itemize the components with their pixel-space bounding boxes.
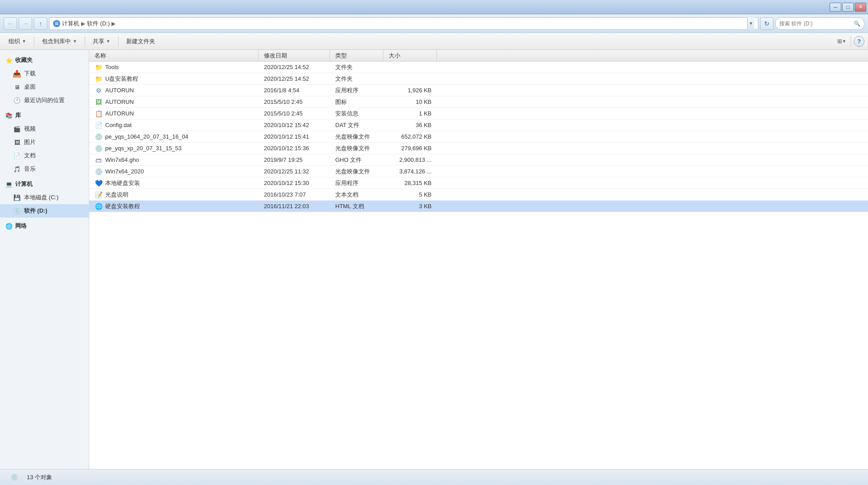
table-row[interactable]: 💙 本地硬盘安装 2020/10/12 15:30 应用程序 28,315 KB xyxy=(89,177,868,189)
file-name: pe_yqs_xp_20_07_31_15_53 xyxy=(105,145,181,152)
table-row[interactable]: 📁 U盘安装教程 2020/12/25 14:52 文件夹 xyxy=(89,73,868,85)
share-label: 共享 xyxy=(93,37,104,45)
file-size-cell: 3,874,126 ... xyxy=(383,168,437,175)
library-label: 库 xyxy=(15,111,21,119)
pictures-label: 图片 xyxy=(24,138,36,146)
file-date-cell: 2020/12/25 11:32 xyxy=(259,168,330,175)
file-date-cell: 2016/10/23 7:07 xyxy=(259,191,330,198)
new-folder-label: 新建文件夹 xyxy=(126,37,155,45)
sidebar-header-library[interactable]: 📚 库 xyxy=(0,109,89,122)
file-type-icon: 💙 xyxy=(95,179,103,187)
refresh-button[interactable]: ↻ xyxy=(760,17,773,30)
file-type-icon: 📝 xyxy=(95,191,103,199)
table-row[interactable]: 🖼 AUTORUN 2015/5/10 2:45 图标 10 KB xyxy=(89,96,868,108)
computer-label: 计算机 xyxy=(15,180,33,188)
view-options-button[interactable]: ⊞ ▼ xyxy=(835,35,848,48)
file-date-cell: 2020/10/12 15:42 xyxy=(259,122,330,128)
downloads-icon: 📥 xyxy=(12,69,21,78)
file-size-cell: 36 KB xyxy=(383,122,437,128)
sidebar-item-documents[interactable]: 📄 文档 xyxy=(0,149,89,162)
status-bar: 💿 13 个对象 xyxy=(0,469,868,485)
sidebar-item-pictures[interactable]: 🖼 图片 xyxy=(0,136,89,149)
file-name: Config.dat xyxy=(105,122,132,128)
new-folder-button[interactable]: 新建文件夹 xyxy=(121,35,160,48)
table-row[interactable]: 📄 Config.dat 2020/10/12 15:42 DAT 文件 36 … xyxy=(89,119,868,131)
sidebar-item-recent[interactable]: 🕐 最近访问的位置 xyxy=(0,94,89,107)
drive-c-icon: 💾 xyxy=(12,193,21,202)
sidebar-item-music[interactable]: 🎵 音乐 xyxy=(0,162,89,176)
sidebar-item-desktop[interactable]: 🖥 桌面 xyxy=(0,80,89,94)
sidebar-item-drive-d[interactable]: 💿 软件 (D:) xyxy=(0,204,89,218)
minimize-button[interactable]: ─ xyxy=(830,3,841,12)
table-row[interactable]: 💿 pe_yqs_xp_20_07_31_15_53 2020/10/12 15… xyxy=(89,143,868,154)
sidebar-item-downloads[interactable]: 📥 下载 xyxy=(0,67,89,80)
view-icon: ⊞ xyxy=(837,38,842,45)
navigation-bar: ← → ↑ 🖥 计算机 ▶ 软件 (D:) ▶ ▼ ↻ 🔍 xyxy=(0,14,868,33)
title-bar-buttons: ─ □ ✕ xyxy=(830,3,866,12)
table-row[interactable]: 🌐 硬盘安装教程 2016/11/21 22:03 HTML 文档 3 KB xyxy=(89,201,868,212)
col-header-type[interactable]: 类型 xyxy=(330,50,383,61)
organize-button[interactable]: 组织 ▼ xyxy=(4,35,31,48)
file-date-cell: 2016/11/21 22:03 xyxy=(259,203,330,210)
drive-d-label: 软件 (D:) xyxy=(24,207,47,215)
col-header-size[interactable]: 大小 xyxy=(383,50,437,61)
archive-button[interactable]: 包含到库中 ▼ xyxy=(37,35,82,48)
column-headers: 名称 修改日期 类型 大小 xyxy=(89,50,868,62)
sidebar-header-network[interactable]: 🌐 网络 xyxy=(0,219,89,233)
maximize-button[interactable]: □ xyxy=(842,3,854,12)
file-type-cell: 光盘映像文件 xyxy=(330,168,383,176)
address-part-computer[interactable]: 计算机 xyxy=(62,20,79,28)
table-row[interactable]: 📁 Tools 2020/12/25 14:52 文件夹 xyxy=(89,62,868,73)
table-row[interactable]: 💿 pe_yqs_1064_20_07_31_16_04 2020/10/12 … xyxy=(89,131,868,143)
col-header-name[interactable]: 名称 xyxy=(89,50,259,61)
file-name: U盘安装教程 xyxy=(105,75,138,83)
sidebar-item-video[interactable]: 🎬 视频 xyxy=(0,122,89,136)
table-row[interactable]: 📝 光盘说明 2016/10/23 7:07 文本文档 5 KB xyxy=(89,189,868,201)
status-icon: 💿 xyxy=(7,470,21,485)
downloads-label: 下载 xyxy=(24,70,36,78)
file-list: 📁 Tools 2020/12/25 14:52 文件夹 📁 U盘安装教程 20… xyxy=(89,62,868,469)
search-input[interactable] xyxy=(779,21,852,27)
file-name-cell: 📄 Config.dat xyxy=(89,121,259,129)
computer-icon: 💻 xyxy=(5,181,12,188)
col-header-date[interactable]: 修改日期 xyxy=(259,50,330,61)
sidebar-item-drive-c[interactable]: 💾 本地磁盘 (C:) xyxy=(0,191,89,204)
file-name: AUTORUN xyxy=(105,110,134,117)
file-name-cell: 📁 U盘安装教程 xyxy=(89,75,259,83)
back-button[interactable]: ← xyxy=(4,17,17,30)
file-name: pe_yqs_1064_20_07_31_16_04 xyxy=(105,133,189,140)
forward-button[interactable]: → xyxy=(19,17,32,30)
main-area: ⭐ 收藏夹 📥 下载 🖥 桌面 🕐 最近访问的位置 📚 库 xyxy=(0,50,868,469)
up-button[interactable]: ↑ xyxy=(34,17,47,30)
help-button[interactable]: ? xyxy=(854,36,864,47)
file-name-cell: 🌐 硬盘安装教程 xyxy=(89,202,259,210)
file-name-cell: 💿 Win7x64_2020 xyxy=(89,168,259,176)
network-label: 网络 xyxy=(15,222,27,230)
table-row[interactable]: ⚙ AUTORUN 2016/1/8 4:54 应用程序 1,926 KB xyxy=(89,85,868,96)
file-date-cell: 2020/10/12 15:36 xyxy=(259,145,330,152)
file-name-cell: 💙 本地硬盘安装 xyxy=(89,179,259,187)
file-size-cell: 1,926 KB xyxy=(383,87,437,94)
file-type-cell: DAT 文件 xyxy=(330,121,383,129)
close-button[interactable]: ✕ xyxy=(855,3,866,12)
file-name-cell: ⚙ AUTORUN xyxy=(89,86,259,95)
file-date-cell: 2020/12/25 14:52 xyxy=(259,64,330,70)
file-date-cell: 2020/10/12 15:41 xyxy=(259,133,330,140)
file-name-cell: 💿 pe_yqs_xp_20_07_31_15_53 xyxy=(89,144,259,152)
file-type-icon: 📋 xyxy=(95,110,103,118)
table-row[interactable]: 📋 AUTORUN 2015/5/10 2:45 安装信息 1 KB xyxy=(89,108,868,119)
share-button[interactable]: 共享 ▼ xyxy=(88,35,115,48)
toolbar-separator-1 xyxy=(34,36,34,47)
address-dropdown[interactable]: ▼ xyxy=(747,17,754,30)
recent-label: 最近访问的位置 xyxy=(24,96,65,104)
table-row[interactable]: 🗃 Win7x64.gho 2019/9/7 19:25 GHO 文件 2,90… xyxy=(89,154,868,166)
file-name-cell: 🗃 Win7x64.gho xyxy=(89,156,259,164)
sidebar-header-favorites[interactable]: ⭐ 收藏夹 xyxy=(0,53,89,67)
file-type-cell: 图标 xyxy=(330,98,383,106)
address-part-drive[interactable]: 软件 (D:) xyxy=(87,20,110,28)
sidebar-header-computer[interactable]: 💻 计算机 xyxy=(0,177,89,191)
file-date-cell: 2016/1/8 4:54 xyxy=(259,87,330,94)
recent-icon: 🕐 xyxy=(12,96,21,105)
table-row[interactable]: 💿 Win7x64_2020 2020/12/25 11:32 光盘映像文件 3… xyxy=(89,166,868,177)
network-icon: 🌐 xyxy=(5,223,12,230)
